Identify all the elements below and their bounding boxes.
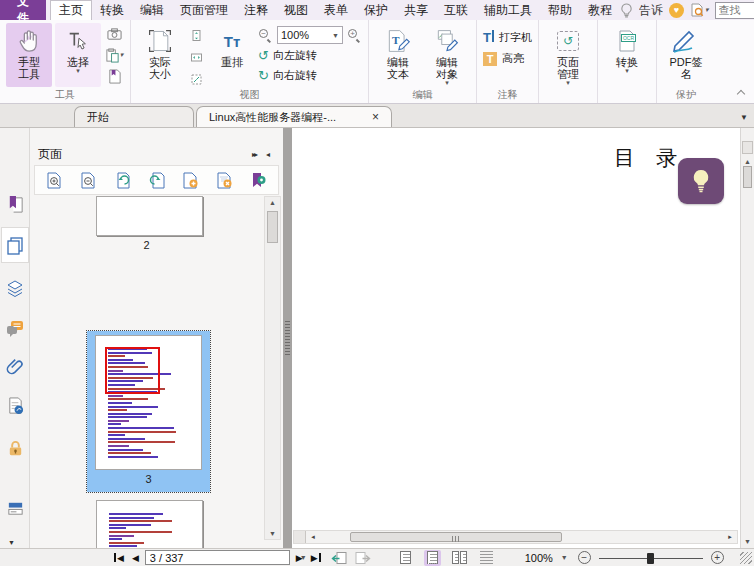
select-tool-button[interactable]: 选择 ▾: [55, 23, 101, 87]
zoom-in-button[interactable]: +: [347, 28, 362, 43]
clipboard-paste-button[interactable]: ▾: [104, 46, 124, 64]
rotate-left-button[interactable]: ↺ 向左旋转: [258, 46, 362, 64]
snapshot-camera-button[interactable]: [104, 25, 124, 43]
menu-tab[interactable]: 注释: [236, 0, 276, 20]
menu-tab[interactable]: 互联: [436, 0, 476, 20]
next-view-button[interactable]: [354, 551, 371, 565]
scroll-top-button[interactable]: [742, 141, 753, 154]
menu-tab[interactable]: 教程: [580, 0, 620, 20]
comments-panel-button[interactable]: [2, 314, 28, 342]
search-dropdown-icon[interactable]: ▾: [705, 7, 709, 13]
edit-text-button[interactable]: T 编辑文本: [375, 23, 421, 87]
menu-tab[interactable]: 主页: [50, 0, 92, 20]
thumb-scroll-down-icon[interactable]: ▼: [265, 530, 280, 537]
fit-width-button[interactable]: [186, 48, 206, 66]
attachments-panel-button[interactable]: [2, 352, 28, 380]
zoom-slider[interactable]: [599, 551, 703, 565]
thumb-rotate-right-button[interactable]: [145, 169, 167, 191]
menu-tab[interactable]: 编辑: [132, 0, 172, 20]
zoom-out-button[interactable]: −: [258, 28, 273, 43]
thumb-zoom-in-button[interactable]: [43, 169, 65, 191]
continuous-mode-button[interactable]: [424, 550, 441, 566]
status-zoom-in-button[interactable]: +: [711, 551, 724, 564]
thumb-bookmark-view-button[interactable]: [248, 169, 270, 191]
vertical-scrollbar[interactable]: ▲ ▼: [740, 128, 754, 548]
reflow-button[interactable]: Tт 重排: [209, 23, 255, 87]
tab-close-icon[interactable]: ×: [364, 110, 379, 124]
previous-view-button[interactable]: [331, 551, 348, 565]
actual-size-button[interactable]: 实际大小: [137, 23, 183, 87]
ribbon-collapse-button[interactable]: [736, 89, 746, 99]
thumbnail-page-2[interactable]: [96, 196, 203, 236]
select-dropdown-icon[interactable]: ▾: [76, 68, 80, 74]
thumb-zoom-out-button[interactable]: [77, 169, 99, 191]
menu-tab[interactable]: 转换: [92, 0, 132, 20]
thumb-delete-page-button[interactable]: [214, 169, 236, 191]
tab-list-dropdown-icon[interactable]: ▼: [740, 113, 748, 122]
page-management-dropdown-icon[interactable]: ▾: [566, 80, 570, 86]
previous-page-button[interactable]: ◀: [128, 553, 143, 563]
scroll-right-icon[interactable]: ▸: [723, 531, 737, 543]
fit-visible-button[interactable]: [186, 70, 206, 88]
menu-tab[interactable]: 保护: [356, 0, 396, 20]
file-menu-button[interactable]: 文件: [0, 0, 46, 20]
page-number-input[interactable]: [146, 552, 296, 564]
typewriter-button[interactable]: T 打字机: [483, 27, 532, 48]
status-zoom-out-button[interactable]: −: [578, 551, 591, 564]
thumbnail-page-3-selection[interactable]: 3: [87, 331, 210, 492]
hand-tool-button[interactable]: 手型工具: [6, 23, 52, 87]
security-panel-button[interactable]: [2, 434, 28, 462]
single-page-mode-button[interactable]: [397, 550, 414, 566]
panel-expand-icon[interactable]: ▸▸: [247, 150, 261, 159]
menu-tab[interactable]: 辅助工具: [476, 0, 540, 20]
page-combo-arrow-icon[interactable]: ▼: [296, 554, 311, 561]
bookmarks-panel-button[interactable]: [2, 190, 28, 218]
page-management-button[interactable]: ↺ 页面管理 ▾: [545, 23, 591, 87]
edit-object-dropdown-icon[interactable]: ▾: [445, 80, 449, 86]
menu-tab[interactable]: 表单: [316, 0, 356, 20]
vertical-scroll-thumb[interactable]: [743, 166, 752, 188]
tab-start[interactable]: 开始: [74, 106, 194, 127]
first-page-button[interactable]: ◀: [110, 553, 128, 563]
layers-panel-button[interactable]: [2, 274, 28, 302]
viewport-indicator-rect[interactable]: [105, 347, 160, 394]
thumbnail-scrollbar[interactable]: ▲ ▼: [264, 196, 281, 540]
status-zoom-dropdown-icon[interactable]: ▼: [561, 554, 568, 561]
favorite-heart-icon[interactable]: ♥: [669, 3, 684, 18]
strip-more-icon[interactable]: ▼: [8, 539, 15, 546]
rotate-right-button[interactable]: ↻ 向右旋转: [258, 66, 362, 84]
panel-splitter[interactable]: [283, 128, 292, 548]
splitter-grip[interactable]: [285, 321, 290, 355]
tell-me-label[interactable]: 告诉: [639, 2, 663, 19]
thumb-scrollbar-thumb[interactable]: [267, 211, 278, 243]
continuous-facing-mode-button[interactable]: [478, 550, 495, 566]
thumb-scroll-up-icon[interactable]: ▲: [265, 199, 280, 206]
horizontal-scroll-thumb[interactable]: [350, 532, 562, 542]
zoom-level-combobox[interactable]: 100% ▼: [277, 26, 343, 44]
convert-dropdown-icon[interactable]: ▾: [625, 68, 629, 74]
horizontal-scrollbar[interactable]: ◂ ▸: [293, 530, 738, 544]
thumb-insert-page-button[interactable]: [180, 169, 202, 191]
pages-panel-button[interactable]: [2, 228, 28, 262]
search-document-icon[interactable]: ▾: [690, 3, 709, 17]
pdf-sign-button[interactable]: PDF签名: [663, 23, 709, 87]
menu-tab[interactable]: 视图: [276, 0, 316, 20]
page-bookmark-button[interactable]: [104, 67, 124, 85]
scroll-down-icon[interactable]: ▼: [741, 538, 754, 545]
signatures-panel-button[interactable]: [2, 392, 28, 420]
tab-document[interactable]: Linux高性能服务器编程-... ×: [196, 106, 392, 127]
thumbnail-page-4[interactable]: [96, 500, 203, 548]
thumb-rotate-left-button[interactable]: [111, 169, 133, 191]
horizontal-scroll-track[interactable]: [320, 531, 723, 543]
thumbnail-page-3[interactable]: [95, 335, 202, 470]
menu-tab[interactable]: 页面管理: [172, 0, 236, 20]
fields-panel-button[interactable]: [2, 494, 28, 522]
facing-mode-button[interactable]: [451, 550, 468, 566]
find-input[interactable]: [716, 4, 754, 17]
highlight-button[interactable]: T 高亮: [483, 48, 532, 69]
menu-tab[interactable]: 共享: [396, 0, 436, 20]
paste-dropdown-icon[interactable]: ▾: [120, 52, 124, 58]
lightbulb-icon[interactable]: [620, 3, 633, 18]
panel-collapse-icon[interactable]: ◂: [261, 150, 275, 159]
menu-tab[interactable]: 帮助: [540, 0, 580, 20]
